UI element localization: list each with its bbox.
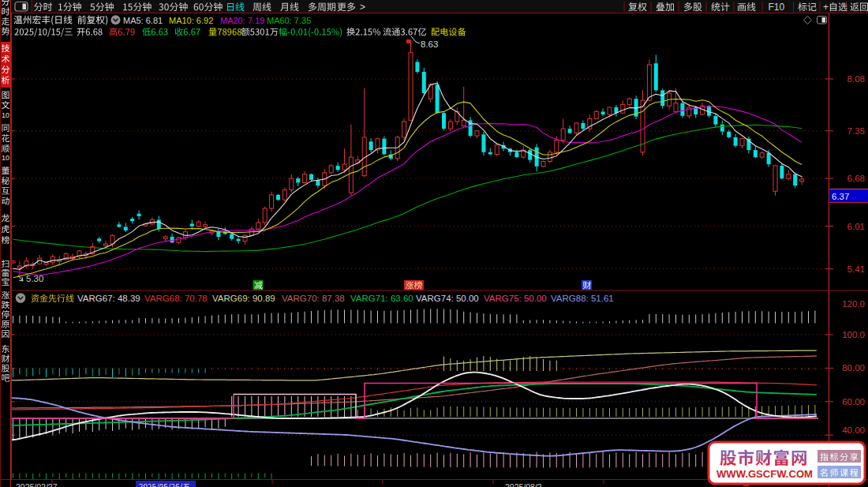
svg-text:6.37: 6.37 (832, 192, 849, 201)
svg-text:VARG69: 90.89: VARG69: 90.89 (212, 294, 275, 303)
svg-text:8.08: 8.08 (847, 74, 865, 84)
svg-text:VARG71: 63.60: VARG71: 63.60 (350, 294, 413, 303)
svg-text:VARG67: 48.39: VARG67: 48.39 (77, 294, 140, 303)
svg-text:VARG68: 70.78: VARG68: 70.78 (144, 294, 208, 303)
svg-text:VARG88: 51.61: VARG88: 51.61 (551, 294, 614, 303)
svg-text:>: > (360, 2, 365, 13)
svg-text:MA20: 7.19: MA20: 7.19 (220, 16, 264, 25)
svg-text:8.63: 8.63 (421, 39, 438, 49)
svg-text:VARG75: 50.00: VARG75: 50.00 (484, 294, 547, 303)
svg-text:2025/08/2: 2025/08/2 (505, 482, 542, 487)
svg-text:MA5: 6.81: MA5: 6.81 (123, 16, 163, 25)
svg-text:100.0: 100.0 (842, 330, 865, 339)
svg-text:10: 10 (2, 154, 9, 162)
svg-text:MA60: 7.35: MA60: 7.35 (267, 16, 311, 25)
svg-text:60.00: 60.00 (842, 397, 865, 406)
svg-text:+: + (823, 2, 829, 13)
svg-text:WWW.GSCFW.COM: WWW.GSCFW.COM (716, 469, 813, 480)
svg-text:40.00: 40.00 (842, 425, 865, 435)
svg-text:7.35: 7.35 (847, 126, 865, 136)
svg-text:10: 10 (2, 111, 9, 119)
svg-text:2025/02/27: 2025/02/27 (16, 482, 58, 487)
svg-text:120.0: 120.0 (842, 299, 865, 309)
svg-text:VARG70: 87.38: VARG70: 87.38 (282, 294, 345, 303)
svg-text:5.30: 5.30 (26, 274, 43, 283)
svg-text:80.00: 80.00 (842, 363, 865, 373)
svg-text:VARG74: 50.00: VARG74: 50.00 (416, 294, 479, 303)
svg-text:5.41: 5.41 (847, 264, 865, 274)
svg-text:F10: F10 (769, 2, 785, 13)
svg-text:6.68: 6.68 (847, 174, 865, 183)
svg-text:MA10: 6.92: MA10: 6.92 (169, 16, 213, 25)
svg-text:6.01: 6.01 (847, 222, 865, 231)
